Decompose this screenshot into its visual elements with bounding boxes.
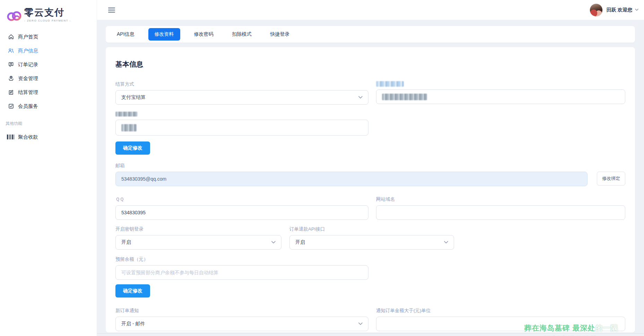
- brand-name: 零云支付: [24, 6, 71, 19]
- email-input[interactable]: [115, 172, 588, 186]
- refund-api-label: 订单退款API接口: [289, 226, 454, 232]
- sidebar-item-label: 聚合收款: [18, 134, 38, 140]
- content: API信息 修改资料 修改密码 扣除模式 快捷登录 基本信息 结算方式 支付宝结…: [97, 20, 644, 336]
- tab-change-password[interactable]: 修改密码: [189, 28, 218, 41]
- redacted-field2-input[interactable]: [115, 120, 368, 136]
- watermark-line2: 顷刻崩塌的铁轨: [512, 334, 630, 336]
- sidebar-item-label: 订单记录: [18, 61, 38, 68]
- sidebar-section-label: 其他功能: [0, 113, 97, 130]
- new-order-notify-select[interactable]: 开启 - 邮件: [115, 317, 368, 331]
- check-square-icon: [8, 103, 14, 110]
- sidebar-nav: 商户首页 商户信息 订单记录 资金管理: [0, 30, 97, 113]
- sidebar-item-label: 结算管理: [18, 89, 38, 96]
- home-icon: [8, 34, 14, 40]
- redacted-field2-label: [115, 112, 368, 117]
- form-title: 基本信息: [115, 60, 625, 69]
- tab-bar: API信息 修改资料 修改密码 扣除模式 快捷登录: [106, 26, 635, 43]
- avatar: [590, 3, 603, 17]
- users-icon: [8, 48, 14, 54]
- brand-logo: 零云支付 - ZERO CLOUD PAYMENT -: [0, 3, 97, 24]
- order-chat-icon: [8, 61, 14, 68]
- notify-amount-label: 通知订单金额大于(元)单位: [376, 308, 625, 314]
- chevron-down-icon: [358, 322, 363, 325]
- chevron-down-icon: [271, 241, 276, 244]
- sidebar-item-label: 会员服务: [18, 103, 38, 110]
- change-binding-button[interactable]: 修改绑定: [597, 172, 625, 186]
- topbar: 田跃 欢迎您: [97, 0, 644, 20]
- edit-icon: [8, 89, 14, 96]
- new-order-notify-value: 开启 - 邮件: [121, 321, 145, 327]
- hamburger-menu-icon[interactable]: [108, 6, 115, 14]
- qq-input[interactable]: [115, 205, 368, 220]
- cloud-logo-icon: [6, 8, 23, 24]
- user-menu[interactable]: 田跃 欢迎您: [590, 3, 638, 17]
- sidebar-item-merchant-home[interactable]: 商户首页: [0, 30, 97, 44]
- funds-icon: [8, 75, 14, 82]
- email-label: 邮箱: [115, 163, 625, 169]
- settle-method-select[interactable]: 支付宝结算: [115, 90, 368, 105]
- brand-subtitle: - ZERO CLOUD PAYMENT -: [24, 19, 71, 22]
- domain-input[interactable]: [376, 205, 625, 220]
- username: 田跃 欢迎您: [607, 7, 632, 13]
- sidebar: 零云支付 - ZERO CLOUD PAYMENT - 商户首页 商户信息: [0, 0, 97, 336]
- sidebar-item-member-services[interactable]: 会员服务: [0, 99, 97, 113]
- domain-label: 网站域名: [376, 196, 625, 203]
- tab-api-info[interactable]: API信息: [112, 28, 139, 41]
- sidebar-item-settlement-management[interactable]: 结算管理: [0, 85, 97, 99]
- redacted-field-input[interactable]: [376, 89, 625, 104]
- key-login-select[interactable]: 开启: [115, 235, 281, 250]
- confirm-edit-button[interactable]: 确定修改: [115, 141, 150, 155]
- tab-deduct-mode[interactable]: 扣除模式: [227, 28, 256, 41]
- chevron-down-icon: [635, 9, 638, 11]
- chevron-down-icon: [444, 241, 448, 244]
- qq-label: ＱＱ: [115, 196, 368, 203]
- barcode-icon: [8, 134, 14, 140]
- sidebar-item-label: 资金管理: [18, 75, 38, 82]
- page: 零云支付 - ZERO CLOUD PAYMENT - 商户首页 商户信息: [0, 0, 644, 336]
- refund-api-select[interactable]: 开启: [289, 235, 454, 250]
- sidebar-item-funds-management[interactable]: 资金管理: [0, 71, 97, 85]
- sidebar-item-order-records[interactable]: 订单记录: [0, 58, 97, 71]
- tab-quick-login[interactable]: 快捷登录: [266, 28, 295, 41]
- tab-edit-profile[interactable]: 修改资料: [148, 28, 180, 41]
- key-login-value: 开启: [121, 239, 131, 245]
- key-login-label: 开启密钥登录: [115, 226, 281, 232]
- settle-method-label: 结算方式: [115, 81, 368, 87]
- reserve-balance-input[interactable]: [115, 265, 368, 280]
- chevron-down-icon: [358, 96, 363, 99]
- reserve-balance-label: 预留余额（元）: [115, 256, 368, 262]
- redacted-field-label: [376, 81, 625, 87]
- sidebar-item-label: 商户首页: [18, 34, 38, 40]
- main-area: 田跃 欢迎您 API信息 修改资料 修改密码 扣除模式 快捷登录 基本信息 结算…: [97, 0, 644, 336]
- sidebar-item-merchant-info[interactable]: 商户信息: [0, 44, 97, 58]
- refund-api-value: 开启: [295, 239, 305, 245]
- basic-info-form: 基本信息 结算方式 支付宝结算: [106, 47, 635, 333]
- sidebar-item-label: 商户信息: [18, 48, 38, 54]
- confirm-edit-button-2[interactable]: 确定修改: [115, 284, 150, 298]
- sidebar-item-aggregate-collection[interactable]: 聚合收款: [0, 130, 97, 144]
- notify-amount-input[interactable]: [376, 317, 625, 331]
- scroll-cut-divider: [97, 333, 644, 334]
- settle-method-value: 支付宝结算: [121, 94, 146, 101]
- new-order-notify-label: 新订单通知: [115, 308, 368, 314]
